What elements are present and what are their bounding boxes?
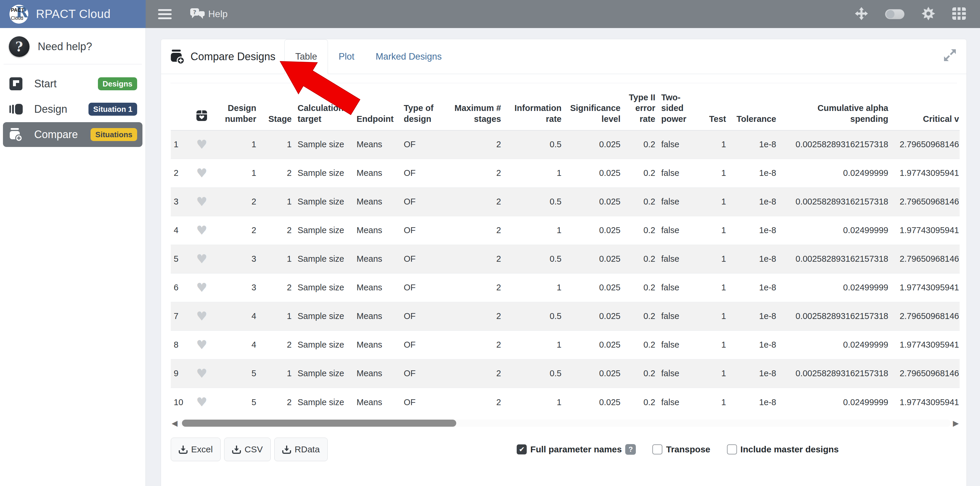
cell-index: 2 bbox=[171, 159, 188, 187]
table-row: 10♥52Sample sizeMeansOF210.0250.2false11… bbox=[171, 388, 960, 416]
favorite-heart-icon[interactable]: ♥ bbox=[196, 309, 207, 323]
column-header: Information rate bbox=[504, 83, 565, 130]
export-rdata-button[interactable]: RData bbox=[274, 438, 328, 461]
option-transpose[interactable]: Transpose bbox=[652, 445, 710, 454]
cell-test: 1 bbox=[700, 130, 729, 159]
export-buttons: Excel CSV RData bbox=[171, 438, 328, 461]
cell-stage: 1 bbox=[259, 302, 294, 330]
cell-two_sided_power: false bbox=[658, 330, 700, 359]
cell-index: 8 bbox=[171, 330, 188, 359]
tab-marked-designs[interactable]: Marked Designs bbox=[365, 39, 452, 74]
cell-index: 9 bbox=[171, 359, 188, 388]
cell-two_sided_power: false bbox=[658, 187, 700, 216]
sidebar-item-start[interactable]: Start Designs bbox=[3, 72, 142, 96]
maximize-panel-icon[interactable] bbox=[944, 49, 956, 62]
help-button[interactable]: ? Help bbox=[190, 7, 228, 21]
svg-text:?: ? bbox=[193, 8, 196, 16]
cell-calculation_target: Sample size bbox=[294, 273, 353, 302]
scrollbar-track[interactable] bbox=[180, 420, 951, 427]
need-help-label: Need help? bbox=[38, 40, 92, 53]
favorite-heart-icon[interactable]: ♥ bbox=[196, 194, 207, 209]
design-icon bbox=[9, 102, 23, 116]
favorite-heart-icon[interactable]: ♥ bbox=[196, 280, 207, 295]
cell-test: 1 bbox=[700, 273, 729, 302]
cell-critical_value: 1.97743095941 bbox=[891, 159, 960, 187]
sidebar-item-compare[interactable]: Compare Situations bbox=[3, 122, 142, 147]
export-excel-button[interactable]: Excel bbox=[171, 438, 221, 461]
cell-critical_value: 2.79650968146 bbox=[891, 359, 960, 388]
cell-maximum_stages: 2 bbox=[451, 216, 504, 245]
cell-stage: 2 bbox=[259, 388, 294, 416]
cell-type_of_design: OF bbox=[401, 187, 451, 216]
table-row: 8♥42Sample sizeMeansOF210.0250.2false11e… bbox=[171, 330, 960, 359]
cell-tolerance: 1e-8 bbox=[729, 216, 779, 245]
scroll-left-arrow[interactable]: ◀ bbox=[171, 419, 178, 427]
table-row: 3♥21Sample sizeMeansOF20.50.0250.2false1… bbox=[171, 187, 960, 216]
column-header: Cumulative alpha spending bbox=[779, 83, 891, 130]
cell-test: 1 bbox=[700, 388, 729, 416]
sidebar-item-label: Design bbox=[34, 103, 67, 115]
export-csv-button[interactable]: CSV bbox=[224, 438, 271, 461]
need-help-link[interactable]: ? Need help? bbox=[0, 28, 145, 64]
cell-two_sided_power: false bbox=[658, 359, 700, 388]
favorite-heart-icon[interactable]: ♥ bbox=[196, 223, 207, 237]
column-header: Design number bbox=[215, 83, 259, 130]
download-icon bbox=[179, 445, 188, 454]
cell-type_of_design: OF bbox=[401, 245, 451, 273]
cell-maximum_stages: 2 bbox=[451, 245, 504, 273]
column-header: Calculation target bbox=[294, 83, 353, 130]
cell-cumulative_alpha_spending: 0.02499999 bbox=[779, 388, 891, 416]
compare-icon bbox=[9, 127, 23, 142]
table-row: 2♥12Sample sizeMeansOF210.0250.2false11e… bbox=[171, 159, 960, 187]
cell-maximum_stages: 2 bbox=[451, 187, 504, 216]
cell-critical_value: 2.79650968146 bbox=[891, 302, 960, 330]
cell-tolerance: 1e-8 bbox=[729, 330, 779, 359]
cell-test: 1 bbox=[700, 359, 729, 388]
column-header: Test bbox=[700, 83, 729, 130]
cell-index: 6 bbox=[171, 273, 188, 302]
cell-type_of_design: OF bbox=[401, 302, 451, 330]
cell-cumulative_alpha_spending: 0.002582893162157318 bbox=[779, 245, 891, 273]
theme-toggle[interactable] bbox=[885, 9, 905, 19]
sidebar-toggle-hamburger-icon[interactable] bbox=[158, 7, 172, 22]
column-header: Stage bbox=[259, 83, 294, 130]
cell-design_number: 3 bbox=[215, 273, 259, 302]
scrollbar-thumb[interactable] bbox=[182, 420, 456, 427]
favorite-heart-icon[interactable]: ♥ bbox=[196, 338, 207, 352]
favorite-heart-icon[interactable]: ♥ bbox=[196, 137, 207, 152]
cell-calculation_target: Sample size bbox=[294, 388, 353, 416]
brand-header: R PACT Cloud RPACT Cloud bbox=[0, 0, 146, 28]
favorite-heart-icon[interactable]: ♥ bbox=[196, 252, 207, 266]
grid-icon[interactable] bbox=[952, 7, 966, 21]
scroll-right-arrow[interactable]: ▶ bbox=[952, 419, 960, 427]
tab-plot[interactable]: Plot bbox=[328, 39, 365, 74]
topbar-actions bbox=[855, 7, 966, 22]
sidebar-item-design[interactable]: Design Situation 1 bbox=[3, 97, 142, 121]
cell-stage: 2 bbox=[259, 159, 294, 187]
designs-table-container: Design numberStageCalculation targetEndp… bbox=[171, 83, 960, 416]
cell-design_number: 5 bbox=[215, 359, 259, 388]
column-header: Significance level bbox=[565, 83, 624, 130]
cell-tolerance: 1e-8 bbox=[729, 388, 779, 416]
favorite-heart-icon[interactable]: ♥ bbox=[196, 166, 207, 180]
cell-significance_level: 0.025 bbox=[565, 388, 624, 416]
cell-calculation_target: Sample size bbox=[294, 245, 353, 273]
expand-arrows-icon[interactable] bbox=[855, 7, 868, 21]
option-include-master-designs[interactable]: Include master designs bbox=[727, 445, 839, 454]
favorite-heart-icon[interactable]: ♥ bbox=[196, 366, 207, 381]
help-tooltip-icon[interactable]: ? bbox=[625, 444, 636, 455]
cell-test: 1 bbox=[700, 159, 729, 187]
sun-icon[interactable] bbox=[922, 7, 935, 22]
checkbox-unchecked[interactable] bbox=[727, 445, 737, 454]
download-icon bbox=[232, 445, 241, 454]
table-row: 1♥11Sample sizeMeansOF20.50.0250.2false1… bbox=[171, 130, 960, 159]
option-full-parameter-names[interactable]: ✔Full parameter names? bbox=[517, 444, 636, 455]
checkbox-checked[interactable]: ✔ bbox=[517, 445, 527, 454]
column-header: Two-sided power bbox=[658, 83, 700, 130]
cell-calculation_target: Sample size bbox=[294, 187, 353, 216]
favorite-heart-icon[interactable]: ♥ bbox=[196, 395, 207, 409]
cell-cumulative_alpha_spending: 0.002582893162157318 bbox=[779, 187, 891, 216]
checkbox-unchecked[interactable] bbox=[652, 445, 662, 454]
cell-critical_value: 2.79650968146 bbox=[891, 245, 960, 273]
tab-table[interactable]: Table bbox=[284, 39, 328, 74]
